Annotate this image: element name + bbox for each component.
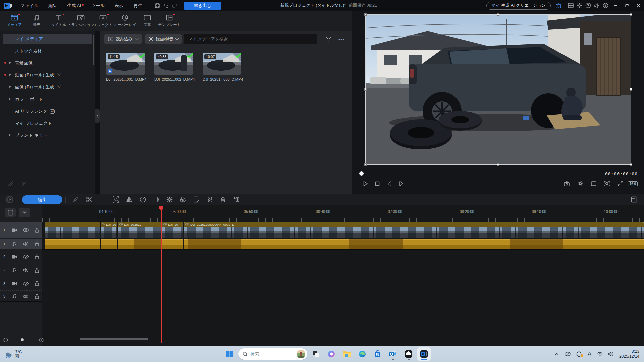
- filmora-app-icon[interactable]: [417, 347, 431, 361]
- sidebar-item-stock-media[interactable]: ストック素材: [3, 46, 92, 56]
- aspect-ratio-badge[interactable]: 16:9: [628, 181, 638, 186]
- track-lock-icon[interactable]: [32, 228, 42, 233]
- play-button[interactable]: [359, 179, 371, 188]
- timeline-video-clip[interactable]: [45, 222, 100, 238]
- compact-mode-icon[interactable]: [627, 195, 641, 205]
- track-manager-icon[interactable]: [5, 208, 16, 217]
- clock-widget[interactable]: 8:23 2025/12/14: [619, 349, 639, 359]
- media-clip-3[interactable]: 10:07 DJI_20251...003_D.MP4: [203, 53, 241, 81]
- mirror-flip-icon[interactable]: [122, 195, 136, 205]
- sidebar-item-background-images[interactable]: 背景画像: [3, 58, 92, 68]
- outlook-icon[interactable]: [386, 347, 400, 361]
- wifi-icon[interactable]: [597, 352, 603, 356]
- timeline-audio-clip[interactable]: [118, 239, 161, 249]
- menu-generative-ai[interactable]: 生成 AI: [62, 3, 86, 9]
- zoom-in-icon[interactable]: [39, 338, 44, 342]
- minimize-button[interactable]: [610, 0, 621, 11]
- timeline-horizontal-scrollbar[interactable]: [80, 338, 148, 340]
- fullscreen-icon[interactable]: [614, 179, 627, 188]
- sidebar-item-ai-lipsync[interactable]: AI リップシンクAI: [3, 106, 92, 117]
- tab-captions[interactable]: 字幕: [136, 12, 158, 29]
- timeline-audio-clip[interactable]: [45, 239, 100, 249]
- color-adjust-icon[interactable]: [163, 195, 176, 205]
- next-frame-button[interactable]: [395, 179, 408, 188]
- tab-transitions[interactable]: トランジション: [70, 12, 92, 29]
- sidebar-footer-tool-icon-1[interactable]: [8, 181, 13, 186]
- expand-arrow-icon[interactable]: [9, 134, 11, 136]
- track-lock-icon[interactable]: [32, 294, 42, 299]
- sidebar-item-image-broll-generate[interactable]: 画像 (Bロール) 生成AI: [3, 82, 92, 93]
- snap-toggle-icon[interactable]: [19, 208, 30, 217]
- export-button[interactable]: 書き出し: [184, 2, 221, 10]
- file-explorer-icon[interactable]: [340, 347, 354, 361]
- sidebar-item-my-projects[interactable]: マイ プロジェクト: [3, 118, 92, 129]
- track-visibility-icon[interactable]: [20, 255, 32, 259]
- sidebar-scrollbar[interactable]: [93, 35, 94, 65]
- preview-seekbar[interactable]: [362, 174, 607, 174]
- stop-button[interactable]: [371, 179, 383, 188]
- transform-handle[interactable]: [364, 13, 367, 16]
- layout-icon[interactable]: [566, 1, 575, 10]
- track-visibility-icon[interactable]: [20, 282, 32, 286]
- sync-update-icon[interactable]: [576, 351, 582, 357]
- transform-handle[interactable]: [364, 88, 367, 90]
- transform-handle[interactable]: [497, 13, 499, 16]
- media-search-input[interactable]: [184, 34, 317, 44]
- transform-handle[interactable]: [630, 13, 632, 16]
- track-visibility-icon[interactable]: [20, 228, 32, 232]
- sidebar-item-video-broll-generate[interactable]: 動画 (Bロール) 生成AI: [3, 70, 92, 80]
- weather-widget[interactable]: 7°C雨: [0, 350, 22, 358]
- menu-edit[interactable]: 編集: [43, 3, 62, 9]
- snapshot-camera-icon[interactable]: [561, 179, 573, 188]
- expand-arrow-icon[interactable]: [9, 61, 11, 64]
- quick-split-pen-icon[interactable]: [69, 195, 82, 205]
- zoom-slider-knob[interactable]: [21, 338, 24, 341]
- stabilization-icon[interactable]: [149, 195, 163, 205]
- track-lock-icon[interactable]: [32, 281, 42, 286]
- color-match-icon[interactable]: [176, 195, 190, 205]
- keyframe-icon[interactable]: [203, 195, 216, 205]
- timeline-audio-clip[interactable]: [162, 239, 183, 249]
- tab-audio[interactable]: 音声: [25, 12, 48, 29]
- display-settings-icon[interactable]: [588, 179, 600, 188]
- maximize-button[interactable]: [621, 0, 633, 11]
- tab-titles[interactable]: タイトル: [48, 12, 70, 29]
- redo-icon[interactable]: [170, 1, 179, 10]
- timeline-video-clip-selected[interactable]: DJI_20251206090044_0002_D: [184, 222, 644, 238]
- onedrive-paused-icon[interactable]: [564, 351, 571, 357]
- smart-cutout-icon[interactable]: [109, 195, 122, 205]
- zoom-out-icon[interactable]: [3, 338, 8, 342]
- timeline-zoom-slider[interactable]: [11, 340, 36, 340]
- filter-icon[interactable]: [326, 36, 331, 42]
- media-panel-toggle-icon[interactable]: [3, 195, 16, 205]
- sidebar-item-brand-kit[interactable]: ブランド キット: [3, 130, 92, 141]
- task-view-icon[interactable]: [309, 347, 323, 361]
- preview-video[interactable]: [366, 15, 631, 164]
- volume-icon[interactable]: [608, 352, 614, 356]
- start-button[interactable]: [223, 347, 236, 361]
- tab-media[interactable]: メディア: [3, 12, 25, 29]
- playhead[interactable]: [161, 207, 162, 343]
- menu-view[interactable]: 表示: [110, 3, 128, 9]
- my-ai-creations-button[interactable]: マイ 生成 AI クリエーション: [486, 2, 551, 10]
- audio-to-text-icon[interactable]: [190, 195, 203, 205]
- timeline-audio-clip-selected[interactable]: [184, 239, 644, 249]
- cloud-app-icon[interactable]: [402, 347, 415, 361]
- track-lock-icon[interactable]: [32, 254, 42, 259]
- transform-handle[interactable]: [630, 163, 632, 166]
- record-button[interactable]: 録画/録音: [145, 34, 182, 44]
- panel-collapse-handle[interactable]: [95, 109, 100, 123]
- taskbar-search-input[interactable]: [250, 352, 294, 357]
- track-mute-icon[interactable]: [20, 268, 32, 273]
- transform-handle[interactable]: [364, 163, 367, 166]
- undo-icon[interactable]: [162, 1, 170, 10]
- ime-mode-indicator[interactable]: A: [588, 351, 591, 357]
- save-icon[interactable]: [153, 1, 162, 10]
- settings-gear-icon[interactable]: [575, 1, 584, 10]
- speed-icon[interactable]: [136, 195, 149, 205]
- more-options-icon[interactable]: •••: [338, 36, 345, 42]
- sidebar-footer-tool-icon-2[interactable]: [21, 181, 27, 186]
- track-content-area[interactable]: DJI_20 DJI_202512 DJI_20 DJI_20251206090…: [42, 205, 644, 346]
- zoom-level-icon[interactable]: [601, 179, 613, 188]
- import-button[interactable]: 読み込み: [104, 34, 142, 44]
